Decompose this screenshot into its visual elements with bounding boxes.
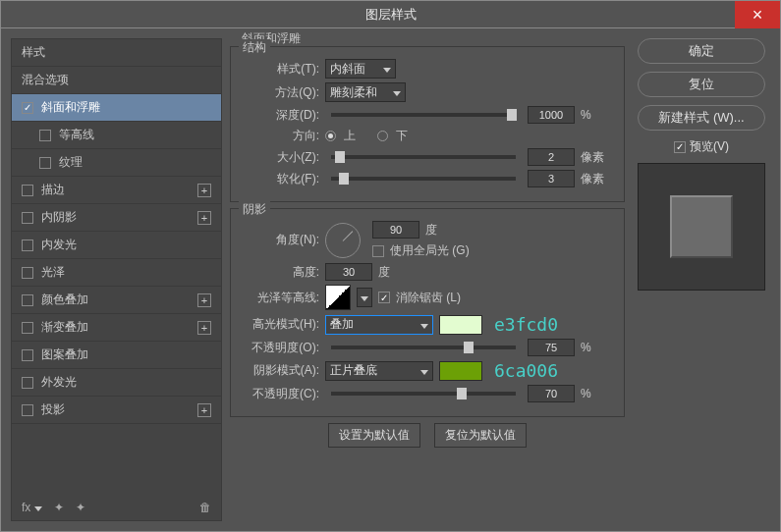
sidebar-label: 等高线 <box>59 127 94 143</box>
highlight-opacity-input[interactable]: 75 <box>528 339 575 356</box>
sidebar-checkbox-drop-shadow[interactable] <box>22 404 33 416</box>
antialias-checkbox[interactable] <box>378 292 390 303</box>
reset-default-button[interactable]: 复位为默认值 <box>434 423 527 448</box>
sidebar-checkbox-pattern-overlay[interactable] <box>22 349 33 361</box>
sidebar-checkbox-color-overlay[interactable] <box>22 294 33 306</box>
fx-menu-button[interactable]: fx <box>22 501 42 514</box>
sidebar-label: 光泽 <box>41 264 65 281</box>
sidebar-checkbox-stroke[interactable] <box>22 185 33 196</box>
shadow-opacity-slider[interactable] <box>331 392 516 396</box>
sidebar-label: 内阴影 <box>41 209 77 226</box>
sidebar-checkbox-gradient-overlay[interactable] <box>22 322 33 334</box>
direction-down-radio[interactable] <box>377 131 388 141</box>
add-effect-icon[interactable]: + <box>197 211 211 225</box>
ok-button[interactable]: 确定 <box>638 38 765 64</box>
style-dropdown[interactable]: 内斜面 <box>325 59 396 79</box>
highlight-color-swatch[interactable] <box>439 315 482 335</box>
gloss-contour-picker[interactable] <box>325 285 351 310</box>
new-style-button[interactable]: 新建样式 (W)... <box>638 105 765 131</box>
shadow-hex-label: 6ca006 <box>494 360 558 381</box>
add-effect-icon[interactable]: + <box>197 184 211 197</box>
shadow-opacity-input[interactable]: 70 <box>528 385 575 402</box>
sidebar-label: 渐变叠加 <box>41 319 88 336</box>
sidebar-blend-options[interactable]: 混合选项 <box>12 67 221 94</box>
sidebar-label: 斜面和浮雕 <box>41 99 100 116</box>
chevron-down-icon <box>34 501 42 514</box>
sidebar-checkbox-outer-glow[interactable] <box>22 377 33 389</box>
sidebar-label: 外发光 <box>41 374 77 391</box>
preview-checkbox[interactable] <box>674 141 686 153</box>
dialog-body: 样式 混合选项 斜面和浮雕等高线纹理描边+内阴影+内发光光泽颜色叠加+渐变叠加+… <box>0 27 781 532</box>
highlight-hex-label: e3fcd0 <box>494 314 558 335</box>
sidebar-checkbox-inner-shadow[interactable] <box>22 212 33 224</box>
titlebar: 图层样式 × <box>0 0 781 27</box>
add-effect-icon[interactable]: + <box>197 321 211 335</box>
direction-up-radio[interactable] <box>325 131 336 141</box>
sidebar-item-satin[interactable]: 光泽 <box>12 259 221 287</box>
sidebar-checkbox-satin[interactable] <box>22 267 33 279</box>
move-down-icon[interactable]: ✦ <box>76 501 85 514</box>
sidebar-item-contour[interactable]: 等高线 <box>12 122 221 149</box>
depth-slider[interactable] <box>331 113 516 117</box>
altitude-input[interactable]: 30 <box>325 263 372 281</box>
sidebar-item-bevel[interactable]: 斜面和浮雕 <box>12 94 221 122</box>
sidebar-label: 图案叠加 <box>41 346 88 363</box>
preview-swatch <box>670 195 733 258</box>
sidebar-checkbox-inner-glow[interactable] <box>22 239 33 251</box>
sidebar-label: 投影 <box>41 401 65 418</box>
shading-group: 阴影 角度(N): 90 度 使用全局光 (G) <box>230 208 625 417</box>
sidebar-item-color-overlay[interactable]: 颜色叠加+ <box>12 287 221 314</box>
method-dropdown[interactable]: 雕刻柔和 <box>325 82 406 102</box>
sidebar-checkbox-bevel[interactable] <box>22 102 33 114</box>
sidebar-label: 颜色叠加 <box>41 292 88 308</box>
depth-input[interactable]: 1000 <box>528 106 575 124</box>
soften-slider[interactable] <box>331 177 516 181</box>
sidebar-item-outer-glow[interactable]: 外发光 <box>12 369 221 397</box>
move-up-icon[interactable]: ✦ <box>54 501 64 514</box>
sidebar-item-inner-glow[interactable]: 内发光 <box>12 232 221 259</box>
global-light-checkbox[interactable] <box>372 245 384 257</box>
styles-sidebar: 样式 混合选项 斜面和浮雕等高线纹理描边+内阴影+内发光光泽颜色叠加+渐变叠加+… <box>11 38 222 521</box>
sidebar-item-drop-shadow[interactable]: 投影+ <box>12 397 221 424</box>
close-icon: × <box>753 5 763 26</box>
preview-box <box>638 163 765 291</box>
sidebar-item-gradient-overlay[interactable]: 渐变叠加+ <box>12 314 221 342</box>
sidebar-item-stroke[interactable]: 描边+ <box>12 177 221 204</box>
sidebar-footer: fx ✦ ✦ 🗑 <box>12 495 221 520</box>
sidebar-header: 样式 <box>12 39 221 67</box>
sidebar-item-pattern-overlay[interactable]: 图案叠加 <box>12 342 221 369</box>
chevron-down-icon <box>383 62 391 76</box>
sidebar-item-texture[interactable]: 纹理 <box>12 149 221 177</box>
settings-panel: 斜面和浮雕 结构 样式(T): 内斜面 方法(Q): 雕刻柔和 深度(D): 1… <box>230 38 625 521</box>
set-default-button[interactable]: 设置为默认值 <box>328 423 420 448</box>
highlight-opacity-slider[interactable] <box>331 346 516 349</box>
gloss-contour-dropdown[interactable] <box>357 288 372 307</box>
size-input[interactable]: 2 <box>528 148 575 166</box>
sidebar-checkbox-texture[interactable] <box>39 157 51 169</box>
highlight-mode-dropdown[interactable]: 叠加 <box>325 315 433 335</box>
chevron-down-icon <box>420 364 428 378</box>
add-effect-icon[interactable]: + <box>197 293 211 307</box>
cancel-button[interactable]: 复位 <box>638 72 765 97</box>
sidebar-checkbox-contour[interactable] <box>39 130 51 141</box>
soften-input[interactable]: 3 <box>528 170 575 187</box>
angle-dial[interactable] <box>325 223 361 258</box>
right-column: 确定 复位 新建样式 (W)... 预览(V) <box>633 38 770 521</box>
size-slider[interactable] <box>331 155 516 159</box>
sidebar-label: 纹理 <box>59 154 83 171</box>
chevron-down-icon <box>393 85 401 99</box>
shadow-color-swatch[interactable] <box>439 361 482 381</box>
sidebar-item-inner-shadow[interactable]: 内阴影+ <box>12 204 221 232</box>
sidebar-label: 描边 <box>41 182 65 198</box>
angle-input[interactable]: 90 <box>372 221 419 239</box>
chevron-down-icon <box>420 318 428 332</box>
trash-icon[interactable]: 🗑 <box>199 501 211 514</box>
close-button[interactable]: × <box>735 1 780 28</box>
sidebar-label: 内发光 <box>41 237 77 253</box>
shadow-mode-dropdown[interactable]: 正片叠底 <box>325 361 433 381</box>
window-title: 图层样式 <box>365 6 417 24</box>
add-effect-icon[interactable]: + <box>197 403 211 417</box>
structure-group: 结构 样式(T): 内斜面 方法(Q): 雕刻柔和 深度(D): 1000 % … <box>230 46 625 202</box>
chevron-down-icon <box>361 291 368 304</box>
